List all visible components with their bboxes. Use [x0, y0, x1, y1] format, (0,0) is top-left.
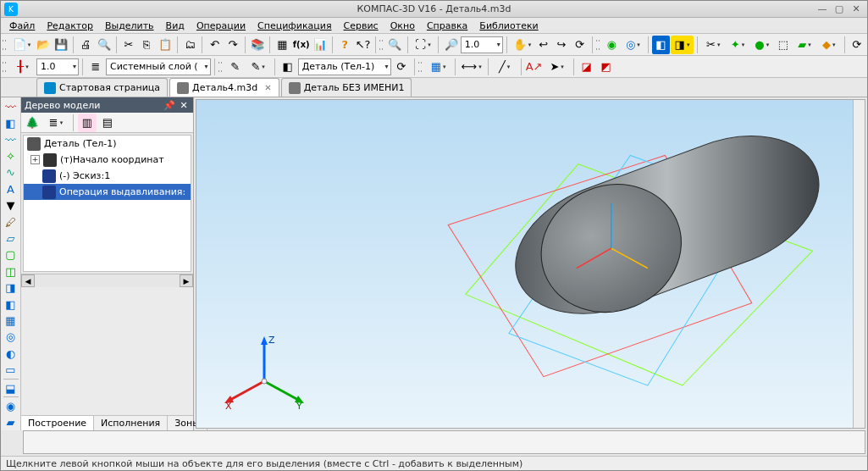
tree-hscroller[interactable]: ◀ ▶ — [21, 274, 193, 287]
attributes-button[interactable]: 🗂 — [181, 36, 198, 54]
menu-view[interactable]: Вид — [161, 19, 190, 33]
panel-toggle-icon[interactable]: ◧ — [3, 115, 19, 130]
pattern-icon[interactable]: ▦ — [3, 313, 19, 328]
revolve-icon[interactable]: ◉ — [3, 398, 19, 413]
toolbar-grip[interactable] — [3, 58, 8, 75]
part-refresh-button[interactable]: ⟳ — [392, 58, 411, 76]
fx-button[interactable]: f(x) — [292, 36, 311, 54]
hole-icon[interactable]: ◧ — [3, 296, 19, 312]
menu-select[interactable]: Выделить — [100, 19, 159, 33]
paste-button[interactable]: 📋 — [157, 36, 174, 54]
zoom-window-button[interactable]: 🔍 — [386, 36, 403, 54]
tab-detail4[interactable]: Деталь4.m3d ✕ — [169, 78, 279, 97]
library-manager-button[interactable]: 📚 — [249, 36, 266, 54]
zoom-fit-button[interactable]: ⛶ — [412, 36, 435, 54]
scroll-right-button[interactable]: ▶ — [180, 274, 193, 287]
curve-icon[interactable]: ∿ — [3, 165, 19, 180]
print-button[interactable]: 🖨 — [77, 36, 94, 54]
toolbar-grip[interactable] — [418, 58, 423, 75]
layer-combo[interactable]: Системный слой ( — [106, 58, 211, 75]
surf-icon[interactable]: ◫ — [3, 263, 19, 279]
menu-service[interactable]: Сервис — [339, 19, 384, 33]
boolean-icon[interactable]: ◐ — [3, 346, 19, 361]
edges-button[interactable]: ⬚ — [775, 36, 792, 54]
constr-line-button[interactable]: ╱ — [492, 58, 517, 76]
copy-button[interactable]: ⎘ — [138, 36, 155, 54]
solid-cube-button[interactable]: ◧ — [652, 36, 669, 54]
axis-icon[interactable]: ▢ — [3, 247, 19, 263]
tree-item-extrude[interactable]: Операция выдавливания: — [24, 184, 191, 200]
tab-close-button[interactable]: ✕ — [264, 83, 271, 92]
menu-editor[interactable]: Редактор — [41, 19, 98, 33]
new-button[interactable]: 📄 — [10, 36, 34, 54]
measure-icon[interactable]: 🖊 — [3, 214, 19, 230]
zoom-combo[interactable]: 1.0 — [461, 36, 503, 53]
model-tree[interactable]: Деталь (Тел-1) + (т)Начало координат (-)… — [23, 135, 191, 272]
menu-operations[interactable]: Операции — [191, 19, 251, 33]
section-button[interactable]: ✂ — [701, 36, 725, 54]
variables-button[interactable]: ▦ — [274, 36, 290, 54]
panel-pin-button[interactable]: 📌 — [163, 100, 175, 111]
tree-item-origin[interactable]: + (т)Начало координат — [24, 152, 191, 168]
scale-combo[interactable]: 1.0 — [36, 58, 79, 75]
wireframe-button[interactable]: ◎ — [621, 36, 644, 54]
minimize-button[interactable]: — — [816, 3, 828, 15]
menu-file[interactable]: Файл — [4, 19, 40, 33]
toggle-button-2[interactable]: ◩ — [597, 58, 616, 76]
scroll-track[interactable] — [35, 274, 180, 287]
display-mode-button[interactable]: ◨ — [671, 36, 694, 54]
point-icon[interactable]: ✧ — [3, 148, 19, 163]
dim-button[interactable]: ⟷ — [459, 58, 484, 76]
menu-libraries[interactable]: Библиотеки — [474, 19, 543, 33]
close-button[interactable]: ✕ — [850, 3, 862, 15]
line-style-button[interactable]: ╂ — [10, 58, 36, 76]
menu-help[interactable]: Справка — [422, 19, 473, 33]
scroll-left-button[interactable]: ◀ — [21, 274, 35, 287]
sheet-icon[interactable]: ▭ — [3, 363, 19, 378]
shell-icon[interactable]: ◎ — [3, 330, 19, 345]
sketch-button[interactable]: ✎ — [226, 58, 245, 76]
zoom-in-button[interactable]: 🔎 — [442, 36, 459, 54]
sweep-icon[interactable]: ▰ — [3, 415, 19, 430]
points-button[interactable]: ● — [750, 36, 774, 54]
expand-icon[interactable]: + — [30, 155, 40, 164]
body-button[interactable]: ◆ — [817, 36, 841, 54]
arrow-button[interactable]: ➤ — [545, 58, 570, 76]
shade-render-button[interactable]: ◉ — [603, 36, 620, 54]
zoom-next-button[interactable]: ↪ — [553, 36, 570, 54]
panel-tab-build[interactable]: Построение — [21, 416, 94, 430]
filter-icon[interactable]: ▼ — [3, 197, 19, 213]
geometry-icon[interactable]: 〰 — [3, 99, 19, 114]
sketch-edit-button[interactable]: ✎ — [246, 58, 271, 76]
annot-aa-button[interactable]: A↗ — [525, 58, 544, 76]
print-preview-button[interactable]: 🔍 — [95, 36, 112, 54]
panel-close-button[interactable]: ✕ — [178, 100, 190, 111]
tree-btn-2[interactable]: ≣ — [43, 114, 69, 132]
extrude-icon[interactable]: ⬓ — [3, 380, 19, 396]
plane-icon[interactable]: ▱ — [3, 230, 19, 246]
help-button[interactable]: ? — [336, 36, 353, 54]
menu-specification[interactable]: Спецификация — [252, 19, 336, 33]
hatch-button[interactable]: ▦ — [426, 58, 451, 76]
tree-btn-3[interactable]: ▥ — [78, 114, 97, 132]
solid-op-icon[interactable]: ◨ — [3, 280, 19, 295]
tree-btn-4[interactable]: ▤ — [98, 114, 117, 132]
3d-viewport[interactable]: Z Y X — [196, 99, 865, 429]
cut-button[interactable]: ✂ — [120, 36, 137, 54]
menu-window[interactable]: Окно — [385, 19, 420, 33]
redo-button[interactable]: ↷ — [224, 36, 241, 54]
tab-start-page[interactable]: Стартовая страница — [36, 78, 168, 97]
open-button[interactable]: 📂 — [34, 36, 51, 54]
maximize-button[interactable]: ▢ — [833, 3, 845, 15]
layers-button[interactable]: ≣ — [86, 58, 105, 76]
viewport-vscrollbar[interactable] — [853, 100, 865, 428]
tree-item-sketch[interactable]: (-) Эскиз:1 — [24, 168, 191, 184]
toolbar-grip[interactable] — [3, 36, 8, 53]
face-button[interactable]: ▰ — [793, 36, 816, 54]
context-help-button[interactable]: ↖? — [354, 36, 371, 54]
tab-detail-unnamed[interactable]: Деталь БЕЗ ИМЕНИ1 — [281, 78, 412, 97]
refresh-button[interactable]: ⟳ — [571, 36, 588, 54]
pan-button[interactable]: ✋ — [511, 36, 534, 54]
spline-icon[interactable]: 〰 — [3, 132, 19, 147]
toggle-button-1[interactable]: ◪ — [578, 58, 596, 76]
